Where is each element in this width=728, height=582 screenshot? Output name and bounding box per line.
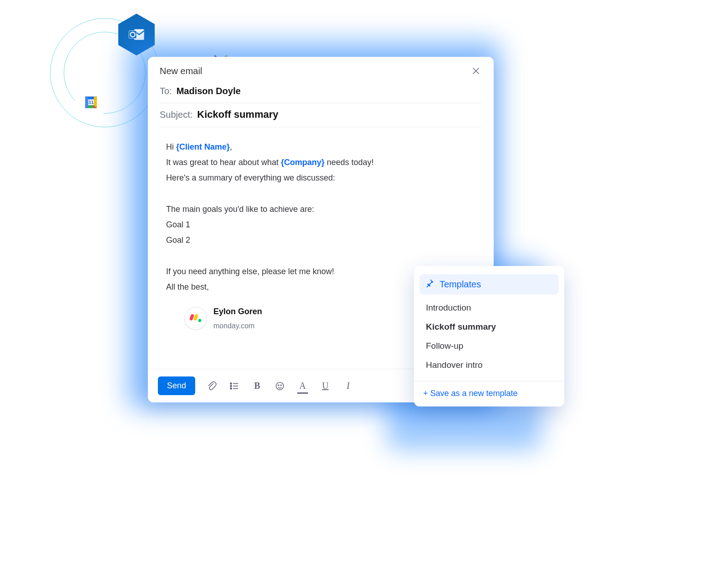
svg-rect-6: [85, 96, 88, 108]
merge-tag-company[interactable]: {Company}: [281, 158, 324, 167]
svg-rect-9: [189, 314, 194, 321]
templates-title: Templates: [440, 279, 481, 290]
pin-icon: [425, 279, 434, 290]
subject-field[interactable]: Subject: Kickoff summary: [160, 103, 482, 127]
to-field[interactable]: To: Madison Doyle: [160, 80, 482, 103]
to-label: To:: [160, 86, 172, 96]
svg-point-14: [230, 385, 232, 386]
to-value: Madison Doyle: [177, 86, 241, 96]
svg-point-20: [281, 385, 282, 386]
templates-list: Introduction Kickoff summary Follow-up H…: [420, 295, 559, 376]
svg-text:31: 31: [88, 100, 94, 105]
bold-icon[interactable]: B: [251, 380, 263, 392]
emoji-icon[interactable]: [273, 380, 286, 392]
signature-name: Eylon Goren: [213, 304, 262, 319]
attachment-icon[interactable]: [205, 380, 218, 392]
svg-point-18: [276, 382, 284, 390]
svg-point-16: [230, 388, 232, 389]
svg-rect-10: [193, 314, 198, 321]
bullet-list-icon[interactable]: [228, 380, 241, 392]
template-handover-intro[interactable]: Handover intro: [423, 356, 555, 375]
italic-icon[interactable]: I: [342, 380, 354, 392]
templates-header[interactable]: Templates: [420, 274, 559, 295]
templates-popover: Templates Introduction Kickoff summary F…: [414, 266, 564, 406]
font-color-icon[interactable]: A: [296, 380, 309, 392]
merge-tag-client-name[interactable]: {Client Name}: [176, 142, 230, 151]
svg-point-19: [278, 385, 279, 386]
send-button[interactable]: Send: [158, 376, 195, 395]
save-as-template-button[interactable]: + Save as a new template: [420, 381, 559, 406]
template-introduction[interactable]: Introduction: [423, 298, 555, 317]
subject-label: Subject:: [160, 110, 192, 120]
svg-point-11: [198, 319, 202, 322]
template-follow-up[interactable]: Follow-up: [423, 336, 555, 356]
subject-value: Kickoff summary: [197, 109, 278, 120]
svg-point-12: [230, 383, 232, 384]
google-calendar-icon: 31: [75, 84, 107, 120]
compose-title: New email: [160, 66, 202, 76]
signature-company: monday.com: [213, 319, 262, 333]
close-icon[interactable]: [470, 65, 482, 77]
monday-logo-icon: [184, 307, 207, 330]
template-kickoff-summary[interactable]: Kickoff summary: [423, 317, 555, 336]
underline-icon[interactable]: U: [319, 380, 332, 392]
